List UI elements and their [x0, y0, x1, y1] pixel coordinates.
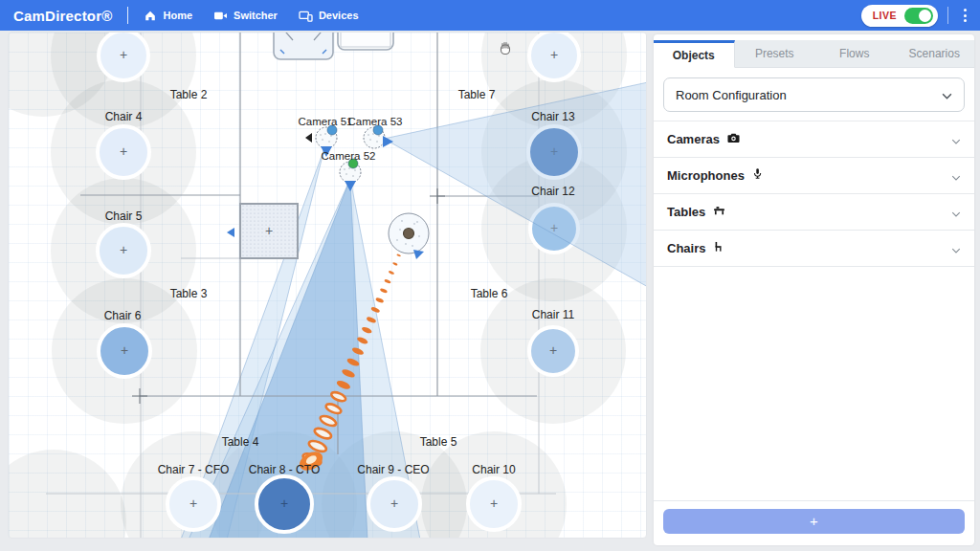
table-label: Table 6	[471, 287, 508, 300]
section-label: Microphones	[667, 168, 745, 183]
divider	[947, 7, 948, 24]
nav-item-switcher[interactable]: Switcher	[213, 10, 278, 22]
tab-presets[interactable]: Presets	[735, 40, 815, 68]
main-nav: Home Switcher Devices	[144, 9, 358, 22]
sidebar-footer: +	[654, 500, 974, 540]
room-configuration-select[interactable]: Room Configuration	[663, 77, 965, 112]
camera-label: Camera 53	[348, 116, 403, 127]
chair-label: Chair 5	[105, 209, 143, 223]
sidebar: Objects Presets Flows Scenarios Room Con…	[654, 34, 974, 545]
nav-label: Home	[163, 10, 192, 21]
room-canvas[interactable]: +++++++++++++Table 2Table 3Table 4Table …	[8, 32, 647, 539]
chair-label: Chair 11	[532, 308, 575, 321]
chair-plus: +	[390, 496, 398, 511]
room-select-value: Room Configuration	[676, 88, 787, 102]
camera-pan-arrow-icon	[305, 133, 312, 143]
chevron-down-icon	[951, 167, 961, 185]
divider	[127, 7, 128, 24]
tab-objects[interactable]: Objects	[654, 40, 735, 68]
switcher-icon	[213, 10, 228, 22]
live-toggle[interactable]: LIVE	[861, 5, 938, 27]
nav-item-devices[interactable]: Devices	[299, 10, 359, 22]
chair-label: Chair 7 - CFO	[158, 463, 230, 476]
section-chairs[interactable]: Chairs	[654, 231, 974, 267]
add-object-button[interactable]: +	[663, 509, 965, 534]
chair-plus: +	[550, 47, 558, 62]
table-icon	[712, 204, 726, 221]
section-label: Chairs	[667, 241, 705, 255]
nav-label: Switcher	[234, 10, 278, 21]
chair-plus: +	[490, 496, 498, 511]
camera-label: Camera 52	[322, 150, 376, 162]
chair-icon	[712, 240, 724, 257]
chair-label: Chair 6	[104, 309, 142, 322]
table-label: Table 2	[170, 88, 208, 101]
table-label: Table 5	[420, 435, 457, 449]
nav-item-home[interactable]: Home	[144, 9, 192, 22]
table-plus: +	[265, 223, 273, 238]
section-tables[interactable]: Tables	[654, 194, 974, 231]
audio-direction-trail	[392, 262, 398, 266]
section-cameras[interactable]: Cameras	[654, 121, 974, 158]
sidebar-tabs: Objects Presets Flows Scenarios	[654, 40, 974, 68]
chair-plus: +	[280, 496, 288, 511]
chair-plus: +	[549, 342, 557, 358]
section-label: Tables	[667, 205, 705, 219]
object-sections: Cameras Microphones Tables Chairs	[654, 121, 974, 267]
chair-plus: +	[120, 47, 127, 62]
kebab-menu-icon[interactable]	[958, 5, 972, 26]
section-label: Cameras	[667, 132, 720, 146]
table-label: Table 4	[222, 435, 259, 449]
audio-direction-trail	[396, 253, 401, 257]
chair-label: Chair 4	[105, 110, 143, 123]
live-label: LIVE	[873, 10, 897, 21]
chair-label: Chair 9 - CEO	[357, 463, 429, 476]
chevron-down-icon	[942, 88, 952, 102]
audio-direction-trail	[375, 297, 385, 303]
nav-label: Devices	[319, 10, 359, 21]
chevron-down-icon	[951, 131, 961, 148]
whiteboard-object[interactable]	[338, 33, 393, 50]
chair-plus: +	[189, 496, 197, 511]
chevron-down-icon	[951, 240, 961, 257]
tab-flows[interactable]: Flows	[814, 40, 895, 68]
chair-plus: +	[120, 143, 127, 159]
live-switch[interactable]	[904, 8, 933, 24]
toggle-knob	[919, 10, 931, 22]
chair-plus: +	[121, 342, 128, 358]
brand-logo: CamDirector®	[13, 8, 112, 24]
chevron-down-icon	[951, 204, 961, 221]
wall-screen-object[interactable]	[274, 33, 333, 59]
chair-label: Chair 10	[472, 463, 516, 476]
table-label: Table 3	[170, 287, 208, 300]
camera-icon	[726, 131, 741, 148]
top-bar: CamDirector® Home Switcher Devices LIVE	[0, 0, 980, 31]
audio-direction-trail	[384, 278, 391, 284]
camera-label: Camera 51	[299, 116, 353, 127]
section-microphones[interactable]: Microphones	[654, 158, 974, 194]
chair-plus: +	[120, 242, 127, 257]
chair-label: Chair 13	[531, 110, 575, 123]
audio-direction-trail	[380, 288, 389, 294]
table-label: Table 7	[458, 88, 496, 101]
chair-label: Chair 12	[531, 185, 575, 198]
camera-object[interactable]	[364, 125, 393, 148]
tab-scenarios[interactable]: Scenarios	[895, 40, 975, 68]
selection-arrow-icon	[227, 228, 234, 237]
home-icon	[144, 9, 157, 22]
camera-object[interactable]	[340, 159, 361, 191]
microphone-center-dot	[404, 229, 414, 239]
room-plan: +++++++++++++Table 2Table 3Table 4Table …	[9, 33, 647, 539]
mic-direction-arrow-icon	[413, 250, 424, 259]
audio-direction-trail	[389, 270, 395, 275]
chair-label: Chair 8 - CTO	[249, 463, 320, 476]
microphone-icon	[751, 166, 764, 185]
devices-icon	[299, 10, 313, 22]
